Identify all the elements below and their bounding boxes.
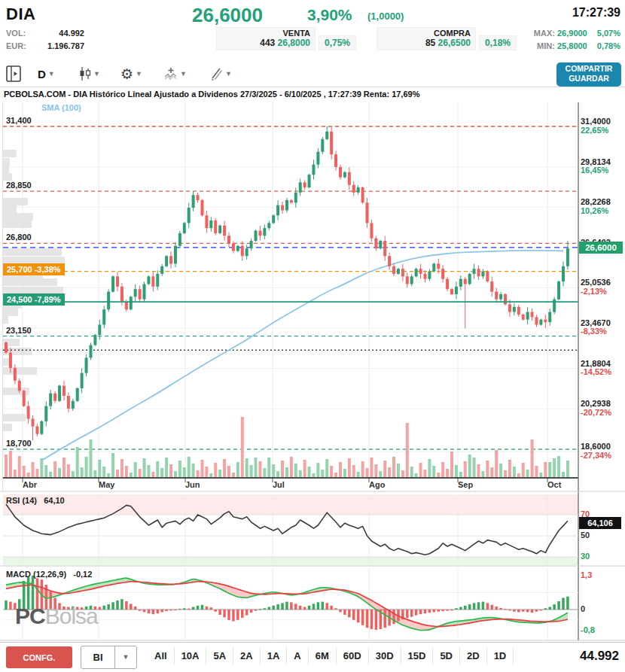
volume-bar: [49, 472, 52, 477]
candle-body: [116, 276, 119, 287]
macd-histogram-bar: [357, 610, 360, 622]
candle-body: [450, 289, 453, 294]
candle-body: [312, 165, 315, 175]
chevron-down-icon: ▼: [136, 70, 142, 78]
volume-bar: [156, 461, 159, 477]
macd-histogram-bar: [544, 608, 547, 610]
bottom-toolbar: CONFG. BI ▼ All10A5A2A1AA6M60D30D15D5D2D…: [0, 642, 625, 672]
draw-tools-button[interactable]: ▼: [209, 64, 232, 84]
volume-bar: [72, 471, 75, 477]
candle-body: [218, 226, 221, 233]
macd-histogram-bar: [250, 610, 253, 613]
candle-body: [486, 272, 489, 282]
volume-bar: [330, 466, 333, 477]
volume-bar: [379, 471, 382, 477]
watermark-bolsa: Bolsa: [45, 604, 98, 628]
config-button[interactable]: CONFG.: [6, 646, 72, 668]
candle-body: [562, 266, 565, 281]
volume-bar: [410, 467, 413, 477]
volume-bar: [495, 450, 498, 477]
charts-canvas[interactable]: [0, 0, 625, 672]
volume-bar: [165, 458, 168, 477]
volume-bar: [178, 461, 181, 477]
settings-button[interactable]: ⚙ ▼: [120, 64, 142, 84]
macd-histogram-bar: [548, 607, 551, 610]
macd-histogram-bar: [325, 603, 328, 610]
interval-value: BI: [81, 646, 114, 668]
volume-bar: [321, 470, 324, 477]
candle-body: [174, 246, 177, 264]
min-percent: 0,78%: [597, 41, 620, 50]
chart-type-button[interactable]: ▼: [79, 64, 100, 84]
candle-body: [423, 274, 426, 279]
volume-bar: [553, 458, 556, 477]
bid-label: VENTA: [221, 29, 310, 38]
macd-histogram-bar: [540, 610, 543, 610]
macd-histogram-bar: [437, 610, 440, 612]
range-button-5a[interactable]: 5A: [206, 647, 233, 664]
volume-bar: [290, 457, 293, 477]
min-label: MIN:: [537, 41, 555, 50]
volume-bar: [23, 466, 26, 477]
range-button-1d[interactable]: 1D: [487, 647, 514, 664]
panel-toggle-button[interactable]: [6, 64, 21, 84]
volume-profile-bar: [3, 198, 28, 205]
macd-histogram-bar: [339, 610, 342, 612]
volume-bar: [130, 473, 133, 477]
macd-histogram-bar: [125, 601, 128, 610]
macd-histogram-bar: [504, 609, 507, 610]
bid-values: 443 26,8000: [221, 38, 310, 48]
candle-body: [348, 172, 351, 185]
rsi-value: 64,10: [44, 496, 65, 505]
range-button-10a[interactable]: 10A: [175, 647, 207, 664]
macd-histogram-bar: [276, 604, 279, 610]
bid-qty: 443: [260, 38, 275, 48]
range-button-15d[interactable]: 15D: [401, 647, 434, 664]
volume-bar: [169, 464, 172, 477]
sma-line: [41, 251, 563, 461]
range-button-5d[interactable]: 5D: [433, 647, 460, 664]
candle-body: [227, 236, 230, 243]
range-button-1a[interactable]: 1A: [261, 647, 288, 664]
interval-select[interactable]: BI ▼: [81, 646, 137, 669]
volume-bar: [299, 470, 302, 477]
candle-body: [27, 406, 30, 419]
volume-profile-bar: [3, 213, 33, 220]
macd-histogram-bar: [210, 607, 213, 610]
macd-histogram-bar: [130, 604, 133, 610]
candle-body: [410, 276, 413, 284]
range-button-2a[interactable]: 2A: [233, 647, 261, 664]
volume-bar: [218, 470, 221, 477]
ask-price: 26,6500: [438, 38, 471, 48]
range-button-a[interactable]: A: [287, 647, 308, 664]
macd-histogram-bar: [433, 610, 436, 612]
macd-histogram-bar: [102, 606, 105, 610]
volume-bar: [464, 461, 467, 477]
min-value: 25,8000: [557, 41, 587, 50]
macd-histogram-bar: [227, 610, 230, 620]
range-button-6m[interactable]: 6M: [309, 647, 337, 664]
volume-profile-bar: [3, 271, 43, 278]
add-indicator-button[interactable]: ▼: [164, 64, 187, 84]
timeframe-button[interactable]: D ▼: [38, 64, 55, 84]
range-button-2d[interactable]: 2D: [460, 647, 487, 664]
volume-profile-bar: [3, 205, 17, 213]
macd-histogram-bar: [495, 607, 498, 610]
range-button-30d[interactable]: 30D: [369, 647, 401, 664]
range-button-60d[interactable]: 60D: [337, 647, 369, 664]
volume-bar: [401, 470, 404, 477]
volume-bar: [125, 466, 128, 477]
volume-bar: [188, 457, 191, 477]
volume-profile-bar: [3, 388, 29, 395]
volume-bar: [27, 473, 30, 477]
rsi-overbought-zone: [3, 494, 578, 515]
share-save-button[interactable]: COMPARTIR GUARDAR: [556, 62, 621, 87]
range-button-all[interactable]: All: [148, 647, 175, 664]
rsi-label: RSI (14): [6, 496, 37, 505]
volume-profile-bar: [3, 316, 8, 324]
pcbolsa-watermark: PCBolsa: [15, 604, 98, 629]
volume-bar: [200, 460, 203, 477]
volume-bar: [477, 464, 480, 477]
volume-bar: [539, 473, 542, 477]
macd-histogram-bar: [375, 610, 378, 630]
